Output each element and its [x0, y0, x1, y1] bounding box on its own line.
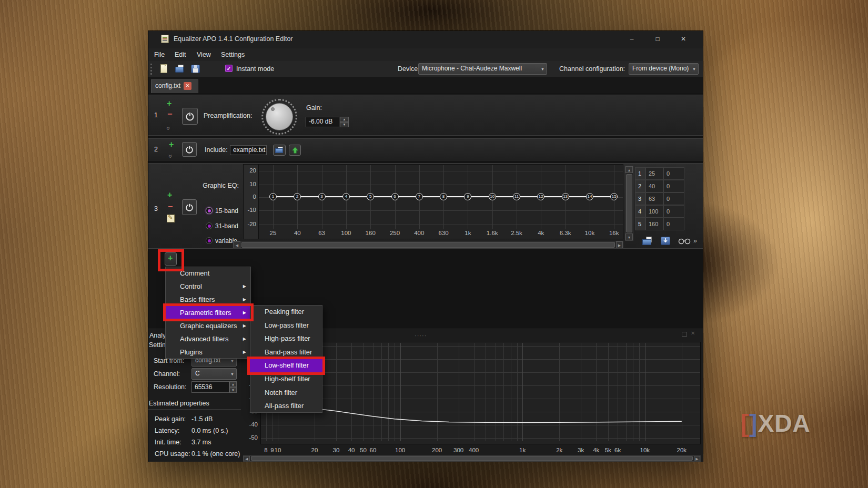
eq-band-point-14[interactable]: 14 — [586, 193, 593, 200]
maximize-button[interactable]: □ — [645, 30, 670, 48]
eq-x-tick: 16k — [607, 230, 621, 236]
band-table-cell[interactable]: 0 — [663, 192, 684, 205]
import-file-icon[interactable] — [642, 236, 654, 246]
eq-band-point-11[interactable]: 11 — [513, 193, 520, 200]
open-include-button[interactable] — [289, 145, 301, 156]
channel-combobox[interactable]: C ▼ — [191, 368, 237, 380]
channel-config-combobox[interactable]: From device (Mono) ▼ — [629, 63, 699, 75]
analysis-hscroll-thumb[interactable] — [251, 456, 693, 461]
save-file-icon[interactable] — [190, 64, 201, 74]
panel-close-icon[interactable]: ✕ — [691, 330, 695, 336]
scroll-right-icon[interactable]: ▶ — [694, 456, 700, 461]
new-file-icon[interactable] — [159, 64, 169, 74]
band-table-cell[interactable]: 25 — [645, 167, 663, 180]
eq-band-point-10[interactable]: 10 — [489, 193, 496, 200]
device-combobox[interactable]: Microphone - Chat-Audeze Maxwell ▼ — [418, 63, 547, 75]
row2-power-button[interactable] — [182, 142, 197, 157]
menu-edit[interactable]: Edit — [171, 50, 189, 59]
toolbar-grip[interactable] — [150, 64, 152, 75]
band-table-cell[interactable]: 0 — [663, 205, 684, 218]
radio-variable[interactable] — [206, 237, 213, 244]
settings-tab-label[interactable]: Settin — [149, 341, 166, 349]
menu-file[interactable]: File — [151, 50, 168, 59]
gain-spin-up[interactable]: ▲ — [340, 117, 349, 122]
scroll-left-icon[interactable]: ◀ — [244, 456, 250, 461]
analysis-x-tick: 200 — [429, 447, 446, 453]
eq-gridline-h — [259, 225, 623, 225]
scroll-up-icon[interactable]: ▲ — [625, 166, 633, 173]
analysis-y-tick: -50 — [238, 434, 258, 441]
band-table-cell[interactable]: 4 — [635, 205, 645, 218]
up-arrow-icon — [291, 146, 299, 155]
gain-spin-down[interactable]: ▼ — [340, 122, 349, 127]
spectacles-icon[interactable] — [678, 237, 691, 246]
row1-add-button[interactable]: + — [167, 99, 171, 108]
scroll-left-icon[interactable]: ◀ — [234, 241, 240, 248]
preamp-gain-knob[interactable] — [261, 99, 297, 135]
submenu-item-notch-filter[interactable]: Notch filter — [250, 386, 322, 400]
band-table-cell[interactable]: 0 — [663, 180, 684, 192]
eq-band-point-6[interactable]: 6 — [391, 193, 399, 200]
tab-close-icon[interactable]: ✕ — [184, 82, 191, 90]
band-table-cell[interactable]: 160 — [645, 218, 663, 230]
band-table-cell[interactable]: 100 — [645, 205, 663, 218]
analysis-tab-label[interactable]: Analy — [149, 332, 166, 339]
gain-label: Gain: — [306, 104, 322, 111]
row1-power-button[interactable] — [182, 108, 198, 125]
radio-31-band[interactable] — [206, 222, 213, 229]
band-table-cell[interactable]: 0 — [663, 167, 684, 180]
eq-band-point-3[interactable]: 3 — [318, 193, 326, 200]
menu-item-control[interactable]: Control▶ — [165, 280, 251, 293]
include-file-field[interactable]: example.txt — [230, 145, 267, 155]
row3-remove-button[interactable]: − — [168, 202, 173, 211]
band-table-cell[interactable]: 2 — [635, 180, 645, 192]
more-options-chevron[interactable]: » — [693, 237, 697, 245]
browse-folder-button[interactable] — [273, 145, 286, 156]
gain-value-field[interactable]: -6.00 dB — [306, 117, 339, 127]
menu-settings[interactable]: Settings — [218, 50, 248, 59]
submenu-arrow-icon: ▶ — [243, 280, 246, 293]
row3-power-button[interactable] — [182, 199, 197, 215]
band-table-cell[interactable]: 3 — [635, 192, 645, 205]
row1-remove-button[interactable]: − — [167, 109, 172, 119]
band-table-cell[interactable]: 1 — [635, 167, 645, 180]
resolution-field[interactable]: 65536 — [191, 381, 229, 393]
eq-chart-plot[interactable] — [258, 164, 623, 239]
instant-mode-checkbox[interactable]: ✓ — [225, 65, 233, 72]
scroll-right-icon[interactable]: ▶ — [616, 241, 623, 248]
annotation-rect-parametric-filters — [163, 303, 254, 321]
menu-item-plugins[interactable]: Plugins▶ — [165, 345, 251, 359]
minimize-button[interactable]: – — [620, 30, 644, 48]
scroll-down-icon[interactable]: ▼ — [625, 233, 633, 240]
submenu-item-all-pass-filter[interactable]: All-pass filter — [250, 399, 322, 413]
eq-band-point-7[interactable]: 7 — [416, 193, 423, 200]
menu-item-advanced-filters[interactable]: Advanced filters▶ — [165, 332, 251, 345]
eq-vscroll-thumb[interactable] — [626, 174, 632, 232]
open-file-icon[interactable] — [175, 64, 185, 74]
band-table-cell[interactable]: 40 — [645, 180, 663, 192]
eq-hscroll-thumb[interactable] — [241, 242, 615, 248]
band-table-cell[interactable]: 63 — [645, 192, 663, 205]
menu-view[interactable]: View — [194, 50, 214, 59]
band-table-cell[interactable]: 0 — [663, 218, 684, 230]
row3-add-button[interactable]: + — [167, 190, 172, 200]
row2-collapse-icon[interactable]: » — [167, 155, 174, 158]
band-table-cell[interactable]: 5 — [635, 218, 645, 230]
eq-band-point-8[interactable]: 8 — [440, 193, 447, 200]
resolution-spin-down[interactable]: ▼ — [229, 387, 237, 393]
submenu-item-low-pass-filter[interactable]: Low-pass filter — [250, 319, 322, 332]
radio-15-band[interactable] — [206, 207, 213, 214]
eq-band-point-13[interactable]: 13 — [562, 193, 569, 200]
undock-icon[interactable] — [682, 332, 687, 337]
edit-icon[interactable]: ✎ — [167, 215, 175, 222]
panel-drag-handle[interactable]: ····· — [415, 332, 427, 339]
resolution-spin-up[interactable]: ▲ — [229, 381, 237, 387]
submenu-item-high-pass-filter[interactable]: High-pass filter — [250, 332, 322, 345]
row1-collapse-icon[interactable]: » — [165, 127, 172, 130]
submenu-item-peaking-filter[interactable]: Peaking filter — [250, 305, 322, 319]
eq-band-point-4[interactable]: 4 — [342, 193, 350, 200]
row2-add-button[interactable]: + — [169, 140, 174, 149]
export-icon[interactable] — [660, 236, 672, 246]
close-button[interactable]: ✕ — [671, 30, 695, 48]
eq-band-point-1[interactable]: 1 — [269, 193, 277, 200]
